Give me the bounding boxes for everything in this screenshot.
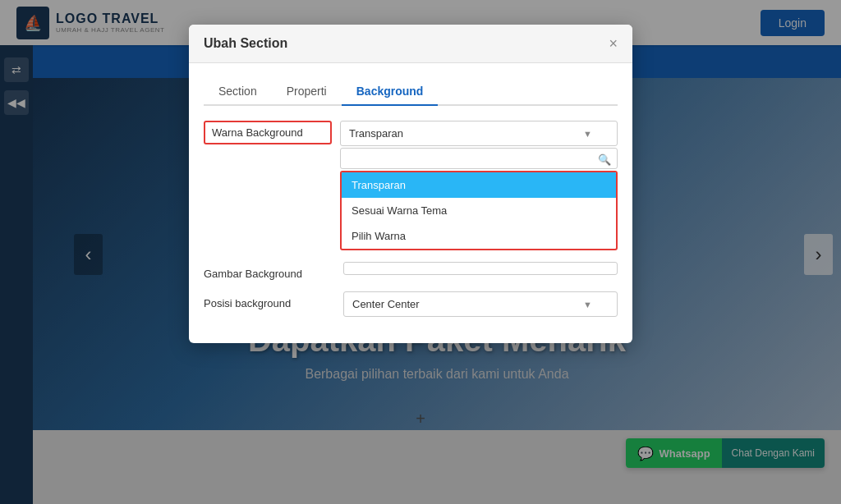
tab-background[interactable]: Background bbox=[342, 78, 439, 106]
posisi-background-label: Posisi background bbox=[204, 291, 335, 309]
tab-properti[interactable]: Properti bbox=[272, 78, 342, 106]
gambar-background-label: Gambar Background bbox=[204, 262, 335, 280]
gambar-background-value[interactable] bbox=[343, 262, 618, 275]
search-icon: 🔍 bbox=[598, 153, 611, 166]
modal-header: Ubah Section × bbox=[189, 25, 632, 63]
warna-background-row: Warna Background Transparan ▼ 🔍 Transpar… bbox=[204, 121, 618, 250]
dropdown-options-list: Transparan Sesuai Warna Tema Pilih Warna bbox=[340, 171, 618, 250]
option-sesuai-warna-tema[interactable]: Sesuai Warna Tema bbox=[342, 198, 616, 223]
dropdown-search-input[interactable] bbox=[340, 148, 618, 169]
dropdown-search-wrap: 🔍 bbox=[340, 146, 618, 169]
dropdown-value: Transparan bbox=[349, 127, 403, 140]
posisi-background-row: Posisi background Center Center ▼ bbox=[204, 291, 618, 317]
modal-tabs: Section Properti Background bbox=[204, 78, 618, 106]
gambar-background-control bbox=[343, 262, 618, 275]
posisi-background-control: Center Center ▼ bbox=[343, 291, 618, 317]
posisi-background-dropdown[interactable]: Center Center ▼ bbox=[343, 291, 618, 317]
posisi-dropdown-arrow-icon: ▼ bbox=[583, 300, 592, 309]
option-transparan[interactable]: Transparan bbox=[342, 172, 616, 198]
gambar-background-row: Gambar Background bbox=[204, 262, 618, 280]
warna-background-label: Warna Background bbox=[204, 121, 332, 144]
modal-title: Ubah Section bbox=[204, 36, 287, 51]
posisi-value: Center Center bbox=[352, 298, 420, 310]
modal-body: Section Properti Background Warna Backgr… bbox=[189, 63, 632, 343]
option-pilih-warna[interactable]: Pilih Warna bbox=[342, 223, 616, 249]
warna-background-dropdown[interactable]: Transparan ▼ bbox=[340, 121, 618, 146]
dropdown-arrow-icon: ▼ bbox=[583, 129, 592, 139]
tab-section[interactable]: Section bbox=[204, 78, 272, 106]
modal-close-button[interactable]: × bbox=[609, 36, 618, 51]
warna-background-control: Transparan ▼ 🔍 Transparan Sesuai Warna T… bbox=[340, 121, 618, 250]
ubah-section-modal: Ubah Section × Section Properti Backgrou… bbox=[189, 25, 632, 343]
